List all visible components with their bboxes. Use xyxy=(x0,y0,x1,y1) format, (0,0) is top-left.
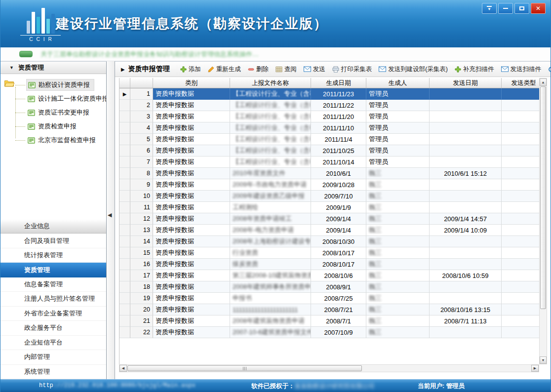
cell-category: 资质申报数据 xyxy=(153,315,230,327)
sidebar-menu-item-9[interactable]: 内部管理 xyxy=(0,350,106,364)
send-button[interactable]: 发送 xyxy=(300,63,329,76)
print-collection-form-button[interactable]: 打印采集表 xyxy=(329,63,376,76)
cell-category: 资质申报数据 xyxy=(153,100,230,111)
cell-filename: 2009年建设资质乙级申报 xyxy=(230,191,311,202)
cell-generated-by: 魏三 xyxy=(366,213,430,225)
table-row[interactable]: 6资质申报数据【工程设计行业、专业（含事务所…2011/10/25管理员 xyxy=(119,145,539,157)
scroll-left-icon[interactable]: ◀ xyxy=(119,365,127,372)
toolbar-buttons: 添加重新生成删除查阅发送打印采集表发送到建设部(采集表)补充扫描件发送扫描件刷新 xyxy=(177,63,551,76)
view-button[interactable]: 查阅 xyxy=(272,63,300,76)
add-button[interactable]: 添加 xyxy=(177,63,204,76)
cell-category: 资质申报数据 xyxy=(153,270,230,281)
scroll-up-icon[interactable]: ▲ xyxy=(540,78,547,86)
tree-item-4[interactable]: 北京市监督检查申报 xyxy=(26,133,106,147)
cell-filename: 2008年上海勘察设计建设专业资质… xyxy=(230,236,311,247)
scroll-right-icon[interactable]: ▶ xyxy=(531,365,539,372)
table-row[interactable]: ▶1资质申报数据【工程设计行业、专业（含事务所…2011/11/23管理员 xyxy=(119,88,539,100)
sidebar-menu-item-10[interactable]: 系统管理 xyxy=(0,365,106,379)
tree-item-0[interactable]: 勘察设计资质申报 xyxy=(26,78,106,92)
column-header-num[interactable] xyxy=(130,78,153,88)
tree-item-label: 北京市监督检查申报 xyxy=(38,136,96,145)
table-row[interactable]: 2资质申报数据【工程设计行业、专业（含事务所…2011/11/22管理员 xyxy=(119,100,539,111)
sidebar-menu-item-7[interactable]: 政企服务平台 xyxy=(0,321,106,335)
sidebar-menu-item-5[interactable]: 注册人员与照片签名管理 xyxy=(0,292,106,306)
table-row[interactable]: 9资质申报数据2009年-市政电力资质申请2009/10/28魏三 xyxy=(119,179,539,191)
tree-item-label: 资质证书变更申报 xyxy=(38,108,89,117)
table-row[interactable]: 8资质申报数据2010年度资质文件2010/6/1魏三2010/6/1 15:1… xyxy=(119,168,539,179)
cell-generate-date: 2011/11/22 xyxy=(311,100,366,111)
tree-item-1[interactable]: 设计施工一体化资质申报 xyxy=(26,92,106,106)
table-row[interactable]: 21资质申报数据2008年建筑装饰资质申请2008/7/1魏三2008/7/1 … xyxy=(119,315,539,327)
cell-category: 资质申报数据 xyxy=(153,168,230,179)
server-url: http://219.232.018.100:8080/bjsjgl/Main.… xyxy=(39,382,196,389)
sidebar-menu-item-2[interactable]: 统计报表管理 xyxy=(0,248,106,263)
vertical-scroll-thumb[interactable] xyxy=(540,86,546,309)
sidebar-menu-item-8[interactable]: 企业短信平台 xyxy=(0,336,106,350)
sidebar-menu-item-3[interactable]: 资质管理 xyxy=(0,263,106,277)
column-header-gen_date[interactable]: 生成日期 xyxy=(311,78,366,88)
sidebar-menu-item-6[interactable]: 外省市企业备案管理 xyxy=(0,307,106,321)
cell-send-date xyxy=(430,111,502,122)
table-row[interactable]: 4资质申报数据【工程设计行业、专业（含事务所…2011/11/10管理员 xyxy=(119,122,539,134)
cell-generated-by: 魏三 xyxy=(366,179,430,191)
sidebar-menu-item-0[interactable]: 企业信息 xyxy=(0,219,106,234)
table-row[interactable]: 17资质申报数据第三届2008-10建筑装饰资质认证2008/10/6魏三200… xyxy=(119,270,539,281)
table-row[interactable]: 15资质申报数据行业资质2008/10/17魏三 xyxy=(119,247,539,259)
send-scan-button[interactable]: 发送扫描件 xyxy=(498,63,545,76)
tree-item-3[interactable]: 资质检查申报 xyxy=(26,119,106,133)
refresh-icon xyxy=(548,66,551,73)
row-marker-cell xyxy=(119,315,130,327)
notice-bar: 关于三层单位勘察设计企业资质申报业务知识与勘察设计管理信息系统操作… xyxy=(0,47,551,61)
column-header-gen_by[interactable]: 生成人 xyxy=(366,78,430,88)
collapse-left-icon[interactable]: ◀ xyxy=(108,212,112,218)
column-header-marker[interactable] xyxy=(119,78,130,88)
add-scan-button[interactable]: 补充扫描件 xyxy=(451,63,498,76)
table-row[interactable]: 20资质申报数据1111111111111111111112008/7/21魏三… xyxy=(119,304,539,315)
cell-filename: 【工程设计行业、专业（含事务所… xyxy=(230,88,311,100)
horizontal-scrollbar[interactable]: ◀ ▶ xyxy=(119,364,539,372)
sidebar-panel-header[interactable]: ▼ 资质管理 xyxy=(0,62,106,74)
table-row[interactable]: 19资质申报数据申报书2008/7/25魏三 xyxy=(119,293,539,304)
cell-generated-by: 管理员 xyxy=(366,111,430,122)
table-row[interactable]: 3资质申报数据【工程设计行业、专业（含事务所…2011/11/20管理员 xyxy=(119,111,539,122)
column-header-send_date[interactable]: 发送日期 xyxy=(430,78,502,88)
cell-send-type xyxy=(502,134,539,145)
maximize-button[interactable] xyxy=(514,3,529,14)
column-header-category[interactable]: 类别 xyxy=(153,78,230,88)
vertical-scrollbar[interactable]: ▲ ▼ xyxy=(539,78,547,364)
toolbar-button-label: 添加 xyxy=(189,65,201,74)
column-header-filename[interactable]: 上报文件名称 xyxy=(230,78,311,88)
column-header-send_type[interactable]: 发送类型 xyxy=(502,78,539,88)
send-to-ministry-button[interactable]: 发送到建设部(采集表) xyxy=(375,63,451,76)
cell-generate-date: 2011/11/23 xyxy=(311,88,366,100)
table-row[interactable]: 12资质申报数据2008年资质申请竣工2009/1/4魏三2009/1/4 14… xyxy=(119,213,539,225)
table-row[interactable]: 13资质申报数据2008年-电力资质申请2009/1/4魏三2009/1/4 1… xyxy=(119,225,539,236)
table-row[interactable]: 14资质申报数据2008年上海勘察设计建设专业资质…2008/10/30魏三 xyxy=(119,236,539,247)
folder-icon[interactable] xyxy=(4,79,14,89)
table-row[interactable]: 16资质申报数据煤炭资质2008/10/17魏三 xyxy=(119,259,539,270)
sidebar-menu-item-1[interactable]: 合同及项目管理 xyxy=(0,234,106,248)
horizontal-scroll-thumb[interactable] xyxy=(127,365,362,371)
tree-item-2[interactable]: 资质证书变更申报 xyxy=(26,106,106,119)
mail-icon xyxy=(379,66,386,72)
cell-generate-date: 2008/10/17 xyxy=(311,247,366,259)
delete-button[interactable]: 删除 xyxy=(244,63,272,76)
row-number-cell: 2 xyxy=(130,100,153,111)
table-row[interactable]: 7资质申报数据【工程设计行业、专业（含事务所…2011/10/14管理员 xyxy=(119,157,539,168)
plus-icon xyxy=(180,66,187,73)
refresh-button[interactable]: 刷新 xyxy=(545,63,551,76)
sidebar-menu-item-4[interactable]: 信息备案管理 xyxy=(0,277,106,292)
table-row[interactable]: 11资质申报数据工程测绘2009/1/9魏三 xyxy=(119,202,539,213)
close-button[interactable]: ✕ xyxy=(531,3,546,14)
scroll-down-icon[interactable]: ▼ xyxy=(540,356,547,364)
table-row[interactable]: 18资质申报数据2008年建筑师事务所资质申请2008/9/1魏三 xyxy=(119,281,539,293)
table-row[interactable]: 5资质申报数据【工程设计行业、专业（含事务所…2011/11/4管理员 xyxy=(119,134,539,145)
rollup-button[interactable]: ▼ xyxy=(482,3,497,14)
row-selected-arrow-icon: ▶ xyxy=(123,91,127,97)
cell-generated-by: 管理员 xyxy=(366,100,430,111)
table-row[interactable]: 22资质申报数据2007-10-6建筑资质申报文件2007/10/9魏三 xyxy=(119,327,539,338)
minimize-button[interactable] xyxy=(498,3,513,14)
regenerate-button[interactable]: 重新生成 xyxy=(204,63,244,76)
table-row[interactable]: 10资质申报数据2009年建设资质乙级申报2009/7/10魏三 xyxy=(119,191,539,202)
cell-generate-date: 2010/6/1 xyxy=(311,168,366,179)
